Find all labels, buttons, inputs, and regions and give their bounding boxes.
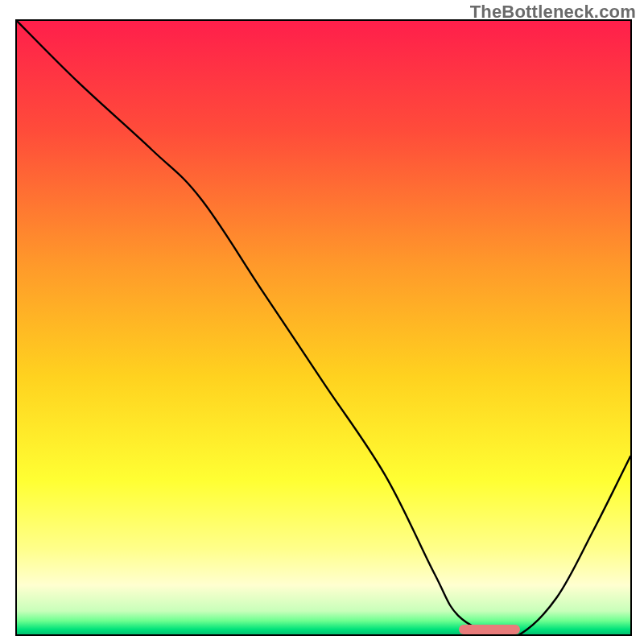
plot-frame xyxy=(15,19,632,636)
optimal-range-marker xyxy=(459,625,520,634)
plot-area xyxy=(17,21,630,634)
bottleneck-curve xyxy=(17,21,630,634)
watermark-text: TheBottleneck.com xyxy=(470,2,636,23)
chart-container: TheBottleneck.com xyxy=(0,0,644,644)
